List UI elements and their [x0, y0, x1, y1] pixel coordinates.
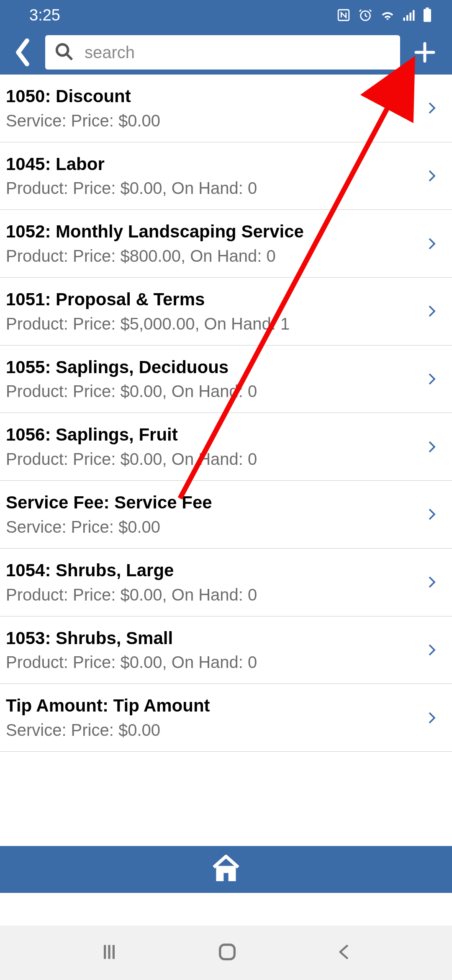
list-item[interactable]: Service Fee: Service Fee Service: Price:… — [0, 481, 452, 549]
list-item-subtitle: Service: Price: $0.00 — [6, 719, 416, 741]
plus-icon — [413, 41, 437, 64]
battery-icon — [423, 8, 432, 23]
list-item[interactable]: 1056: Saplings, Fruit Product: Price: $0… — [0, 413, 452, 481]
chevron-right-icon — [424, 371, 439, 387]
list-item-title: Service Fee: Service Fee — [6, 491, 416, 515]
wifi-icon — [380, 9, 395, 21]
list-item-title: 1050: Discount — [6, 85, 416, 108]
status-bar: 3:25 — [0, 0, 452, 30]
chevron-right-icon — [424, 439, 439, 454]
list-item-title: 1051: Proposal & Terms — [6, 288, 416, 312]
list-item-subtitle: Product: Price: $0.00, On Hand: 0 — [6, 583, 416, 606]
list-item-title: 1055: Saplings, Deciduous — [6, 356, 416, 379]
svg-rect-7 — [426, 8, 429, 9]
recents-icon — [99, 941, 120, 962]
chevron-left-icon — [13, 38, 32, 67]
search-icon — [54, 42, 74, 63]
svg-rect-15 — [220, 945, 235, 959]
svg-rect-4 — [410, 13, 412, 21]
list-item[interactable]: 1054: Shrubs, Large Product: Price: $0.0… — [0, 549, 452, 616]
list-item-subtitle: Product: Price: $800.00, On Hand: 0 — [6, 245, 416, 267]
list-item[interactable]: Tip Amount: Tip Amount Service: Price: $… — [0, 684, 452, 752]
list-item-title: 1045: Labor — [6, 152, 416, 176]
bottom-bar — [0, 846, 452, 893]
chevron-right-icon — [424, 575, 439, 590]
chevron-right-icon — [424, 710, 439, 725]
chevron-right-icon — [424, 236, 439, 251]
android-nav-bar — [0, 926, 452, 980]
status-icons — [336, 8, 432, 23]
status-time: 3:25 — [29, 6, 60, 24]
list-item[interactable]: 1052: Monthly Landscaping Service Produc… — [0, 210, 452, 278]
list-item[interactable]: 1053: Shrubs, Small Product: Price: $0.0… — [0, 616, 452, 684]
svg-line-9 — [67, 54, 72, 59]
home-icon — [210, 852, 242, 885]
list-item-title: 1056: Saplings, Fruit — [6, 423, 416, 447]
list-item-subtitle: Service: Price: $0.00 — [6, 516, 416, 538]
list-item[interactable]: 1051: Proposal & Terms Product: Price: $… — [0, 278, 452, 346]
svg-rect-5 — [413, 10, 415, 21]
svg-rect-3 — [406, 15, 408, 21]
list-item[interactable]: 1045: Labor Product: Price: $0.00, On Ha… — [0, 142, 452, 210]
list-item[interactable]: 1050: Discount Service: Price: $0.00 — [0, 75, 452, 142]
list-item-title: 1054: Shrubs, Large — [6, 559, 416, 583]
app-header — [0, 30, 452, 75]
list-item-title: 1052: Monthly Landscaping Service — [6, 220, 416, 244]
android-recents-button[interactable] — [99, 941, 120, 964]
svg-rect-2 — [403, 18, 406, 21]
list-item-subtitle: Product: Price: $0.00, On Hand: 0 — [6, 177, 416, 199]
alarm-icon — [358, 8, 372, 22]
item-list: 1050: Discount Service: Price: $0.00 104… — [0, 75, 452, 752]
svg-rect-6 — [424, 9, 431, 22]
svg-point-8 — [57, 44, 68, 56]
list-item-subtitle: Service: Price: $0.00 — [6, 109, 416, 132]
chevron-left-icon — [335, 943, 353, 961]
list-item-title: Tip Amount: Tip Amount — [6, 694, 416, 718]
home-button[interactable] — [210, 852, 242, 887]
search-input[interactable] — [85, 43, 391, 62]
chevron-right-icon — [424, 168, 439, 183]
chevron-right-icon — [424, 642, 439, 658]
signal-icon — [403, 9, 415, 21]
list-item-subtitle: Product: Price: $0.00, On Hand: 0 — [6, 651, 416, 673]
home-outline-icon — [216, 941, 238, 963]
chevron-right-icon — [424, 304, 439, 319]
search-box[interactable] — [45, 35, 400, 70]
list-item-subtitle: Product: Price: $0.00, On Hand: 0 — [6, 448, 416, 470]
list-item-subtitle: Product: Price: $0.00, On Hand: 0 — [6, 380, 416, 402]
back-button[interactable] — [10, 36, 35, 69]
chevron-right-icon — [424, 507, 439, 522]
android-back-button[interactable] — [335, 943, 353, 963]
add-button[interactable] — [410, 36, 439, 69]
chevron-right-icon — [424, 101, 439, 116]
android-home-button[interactable] — [216, 941, 238, 965]
nfc-icon — [336, 8, 351, 22]
list-item-subtitle: Product: Price: $5,000.00, On Hand: 1 — [6, 312, 416, 335]
list-item-title: 1053: Shrubs, Small — [6, 627, 416, 650]
list-item[interactable]: 1055: Saplings, Deciduous Product: Price… — [0, 346, 452, 413]
